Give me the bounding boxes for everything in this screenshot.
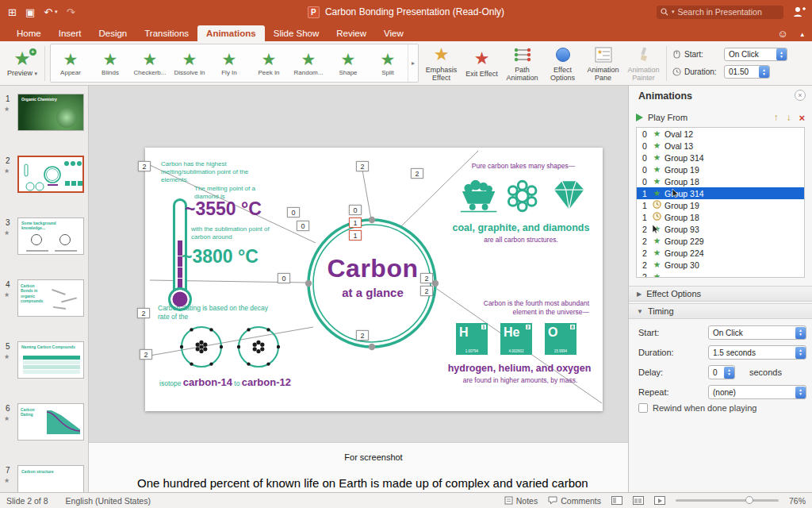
animation-order-tag[interactable]: 2 — [137, 308, 150, 318]
slide-thumbnail-7[interactable]: Carbon structure — [17, 465, 84, 492]
dating-intro-text: Carbon-dating is based on the decay rate… — [158, 304, 277, 321]
gallery-random-[interactable]: ★Random... — [289, 44, 328, 82]
animation-item-group-314[interactable]: 0★Group 314 — [637, 152, 804, 164]
animation-order-tag[interactable]: 2 — [420, 273, 433, 283]
move-down-icon[interactable]: ↓ — [786, 112, 791, 123]
slide-thumbnail-5[interactable]: Naming Carbon Compounds — [17, 341, 84, 379]
normal-view-icon[interactable] — [611, 496, 622, 505]
tab-home[interactable]: Home — [8, 25, 50, 41]
gallery-expand-icon[interactable]: ▸ — [408, 44, 418, 82]
animation-list: 0★Oval 120★Oval 130★Group 3140★Group 190… — [636, 127, 805, 278]
tab-slide-show[interactable]: Slide Show — [265, 25, 328, 41]
animation-item-group-19[interactable]: 1Group 19 — [637, 199, 804, 211]
timing-delay-field[interactable]: 0 ▲▼ — [708, 365, 735, 379]
animation-order-tag[interactable]: 2 — [138, 161, 151, 171]
animation-item-oval-12[interactable]: 0★Oval 12 — [637, 128, 804, 140]
rewind-checkbox[interactable] — [638, 403, 648, 413]
slide-thumbnail-2[interactable] — [17, 156, 84, 193]
tab-insert[interactable]: Insert — [50, 25, 90, 41]
start-stepper-icon[interactable]: ▲▼ — [776, 48, 787, 60]
duration-stepper-field[interactable]: 01.50 ▲▼ — [724, 65, 770, 79]
animation-order-tag[interactable]: 1 — [349, 230, 362, 241]
zoom-level[interactable]: 76% — [789, 496, 806, 506]
animation-item-group-224[interactable]: 2★Group 224 — [637, 247, 804, 259]
animation-order-tag[interactable]: 2 — [411, 168, 423, 179]
animation-order-tag[interactable]: 0 — [287, 207, 300, 217]
animation-pane-button[interactable]: ★ Animation Pane — [583, 44, 623, 82]
gallery-shape[interactable]: ★Shape — [328, 44, 368, 82]
emphasis-effect-button[interactable]: ★ Emphasis Effect — [421, 44, 462, 82]
slide-number-indicator[interactable]: Slide 2 of 8 — [6, 496, 48, 506]
animation-item-group-30[interactable]: 2★Group 30 — [637, 259, 804, 271]
animation-order-tag[interactable]: 2 — [356, 161, 369, 171]
animation-order-tag[interactable]: 2 — [356, 330, 369, 341]
sublimation-label-text: with the sublimation point of carbon aro… — [191, 225, 283, 241]
timing-duration-dropdown[interactable]: 1.5 seconds ▲▼ — [708, 345, 806, 360]
comments-toggle[interactable]: Comments — [548, 496, 601, 506]
gallery-checkerb-[interactable]: ★Checkerb... — [130, 44, 170, 82]
duration-stepper-icon[interactable]: ▲▼ — [759, 66, 769, 78]
gallery-fly-in[interactable]: ★Fly In — [209, 44, 249, 82]
zoom-slider[interactable] — [676, 499, 779, 502]
animation-item-oval-13[interactable]: 0★Oval 13 — [637, 140, 804, 152]
animation-painter-button[interactable]: Animation Painter — [623, 44, 664, 82]
move-up-icon[interactable]: ↑ — [773, 112, 778, 123]
share-person-icon[interactable] — [793, 6, 806, 17]
slide-thumbnail-6[interactable]: Carbon Dating — [17, 403, 84, 441]
gallery-dissolve-in[interactable]: ★Dissolve In — [170, 44, 209, 82]
notes-toggle[interactable]: Notes — [504, 496, 538, 506]
collapse-ribbon-icon[interactable]: ▴ — [800, 30, 804, 38]
exit-effect-button[interactable]: ★ Exit Effect — [462, 48, 502, 78]
path-animation-button[interactable]: Path Animation — [502, 44, 542, 82]
gallery-blinds[interactable]: ★Blinds — [90, 44, 130, 82]
animation-item-group-93[interactable]: 2★Group 93 — [637, 223, 804, 235]
timing-repeat-stepper-icon[interactable]: ▲▼ — [795, 387, 806, 398]
notes-pane[interactable]: For screenshot One hundred percent of kn… — [89, 442, 628, 492]
timing-start-dropdown[interactable]: On Click ▲▼ — [708, 325, 806, 340]
animation-item-group-19[interactable]: 0★Group 19 — [637, 164, 804, 175]
animation-order-tag[interactable]: 2 — [140, 349, 152, 360]
animation-item-group-18[interactable]: 1Group 18 — [637, 211, 804, 223]
timing-delay-stepper-icon[interactable]: ▲▼ — [724, 367, 734, 379]
timing-section[interactable]: ▼ Timing — [629, 303, 812, 319]
animation-item-group-18[interactable]: 0★Group 18 — [637, 175, 804, 187]
effect-options-section[interactable]: ▶ Effect Options — [629, 286, 812, 302]
timing-start-stepper-icon[interactable]: ▲▼ — [795, 327, 806, 339]
tab-transitions[interactable]: Transitions — [136, 25, 197, 41]
delete-animation-icon[interactable]: × — [799, 112, 805, 124]
slide-editor[interactable]: Carbon has the highest melting/sublimati… — [145, 148, 603, 411]
slide-sorter-view-icon[interactable] — [633, 496, 644, 505]
preview-button[interactable]: ★ + Preview ▾ — [2, 48, 42, 77]
zoom-slider-thumb[interactable] — [745, 496, 753, 504]
timing-repeat-dropdown[interactable]: (none) ▲▼ — [708, 385, 806, 399]
animation-order-tag[interactable]: 0 — [297, 221, 309, 231]
gallery-appear[interactable]: ★Appear — [51, 44, 90, 82]
timing-duration-label: Duration: — [638, 348, 674, 357]
language-indicator[interactable]: English (United States) — [66, 496, 151, 506]
animation-order-tag[interactable]: 1 — [349, 217, 362, 228]
tab-review[interactable]: Review — [327, 25, 375, 41]
play-from-button[interactable]: Play From — [648, 113, 688, 122]
animation-order-tag[interactable]: 0 — [349, 205, 362, 215]
tab-view[interactable]: View — [375, 25, 412, 41]
slide-thumbnail-3[interactable]: Some background knowledge... — [17, 217, 84, 255]
close-pane-icon[interactable]: × — [795, 90, 806, 101]
animation-order-tag[interactable]: 0 — [278, 273, 290, 283]
animation-order-tag[interactable]: 2 — [420, 286, 433, 296]
tab-animations[interactable]: Animations — [197, 25, 265, 41]
search-box[interactable]: ▾ Search in Presentation — [657, 6, 783, 19]
feedback-smiley-icon[interactable]: ☺ — [777, 28, 787, 40]
element-tile-he: He24.002602 — [500, 323, 532, 355]
gallery-peek-in[interactable]: ★Peek In — [249, 44, 289, 82]
start-dropdown[interactable]: On Click ▲▼ — [724, 48, 787, 61]
tab-design[interactable]: Design — [90, 25, 136, 41]
timing-duration-stepper-icon[interactable]: ▲▼ — [795, 347, 806, 359]
slide-thumbnail-1[interactable]: Organic Chemistry — [17, 94, 84, 131]
effect-options-button[interactable]: Effect Options — [542, 44, 583, 82]
animation-item-group-314[interactable]: 1★Group 314 — [637, 187, 804, 199]
animation-item-group-229[interactable]: 2★Group 229 — [637, 235, 804, 247]
gallery-split[interactable]: ★Split — [368, 44, 408, 82]
slide-thumbnail-4[interactable]: Carbon Bonds in organic compounds — [17, 279, 84, 317]
animation-item[interactable]: 2★ — [637, 271, 804, 278]
slideshow-view-icon[interactable] — [654, 496, 665, 505]
